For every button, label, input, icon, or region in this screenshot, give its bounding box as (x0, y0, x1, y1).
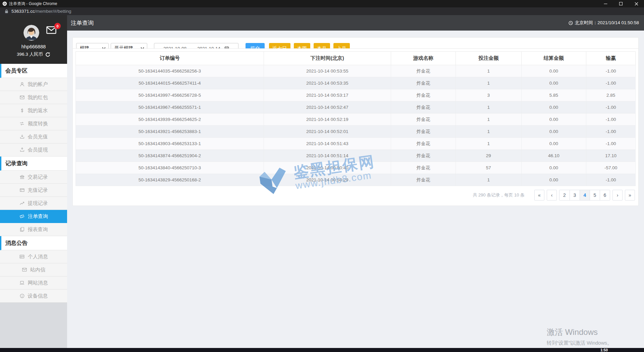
table-cell: 0.00 (521, 138, 586, 150)
sidebar-item-laptop[interactable]: 网站消息 (0, 276, 67, 290)
sidebar-menu: 会员专区我的帐户我的红包我的返水额度转换会员充值会员提现记录查询交易记录充值记录… (0, 64, 67, 303)
table-cell: 50-1634143903-4566253133-1 (76, 138, 264, 150)
column-header: 订单编号 (76, 52, 264, 65)
table-cell: 炸金花 (391, 114, 456, 126)
deposit-icon (19, 134, 25, 139)
url-path: /member/#/betting (35, 9, 71, 14)
table-row: 50-1634143829-4566250168-22021-10-14 00:… (76, 174, 636, 186)
table-cell: 2021-10-14 00:51:43 (264, 138, 391, 150)
pagination-page-5[interactable]: 5 (590, 190, 600, 200)
minimize-button[interactable] (598, 0, 613, 7)
sidebar-item-info[interactable]: 设备信息 (0, 290, 67, 303)
table-cell: 2021-10-14 00:50:40 (264, 162, 391, 174)
taskbar-clock: 1:50 (600, 348, 608, 352)
table-row: 50-1634143921-4566253883-12021-10-14 00:… (76, 126, 636, 138)
sidebar-item-deposit[interactable]: 会员充值 (0, 130, 67, 143)
sidebar: 0 hhp666888 396.3 人民币 会员专区我的帐户我的红包我的返水额度… (0, 15, 67, 348)
sidebar-item-id-card[interactable]: 个人消息 (0, 250, 67, 263)
sidebar-item-envelope[interactable]: 站内信 (0, 263, 67, 276)
table-cell: 2021-10-14 00:52:19 (264, 114, 391, 126)
table-cell: 50-1634143939-4566254625-2 (76, 114, 264, 126)
sidebar-item-bank[interactable]: 交易记录 (0, 171, 67, 184)
balance-text: 396.3 人民币 (17, 51, 43, 57)
sidebar-item-label: 交易记录 (28, 174, 48, 180)
table-cell: 2021-10-14 00:53:55 (264, 65, 391, 77)
mail-badge: 0 (54, 23, 61, 29)
table-cell: 29 (456, 150, 521, 162)
column-header: 下注时间(北京) (264, 52, 391, 65)
sidebar-item-label: 我的帐户 (28, 81, 48, 88)
sidebar-item-report[interactable]: 报表查询 (0, 223, 67, 236)
sidebar-item-label: 设备信息 (28, 293, 48, 299)
pagination-prev-button[interactable]: ‹ (547, 190, 557, 201)
sidebar-section-header: 会员专区 (0, 64, 67, 78)
pagination-page-2[interactable]: 2 (559, 190, 570, 200)
sidebar-item-dollar[interactable]: 我的返水 (0, 104, 67, 117)
lock-icon (5, 9, 8, 13)
table-cell: 0.00 (521, 65, 586, 77)
table-row: 50-1634143874-4566251904-22021-10-14 00:… (76, 150, 636, 162)
table-row: 50-1634144015-4566257411-42021-10-14 00:… (76, 77, 636, 89)
table-cell: 2021-10-14 00:50:29 (264, 174, 391, 186)
credit-card-icon (19, 187, 25, 193)
table-cell: 50-1634144015-4566257411-4 (76, 77, 264, 89)
pagination-next-button[interactable]: › (612, 190, 623, 201)
pagination-first-button[interactable]: « (534, 190, 544, 201)
table-cell: -1.00 (586, 174, 636, 186)
sidebar-item-ticket[interactable]: 注单查询 (0, 210, 67, 223)
betting-table-panel: 订单编号下注时间(北京)游戏名称投注金额结算金额输赢 50-1634144035… (72, 48, 639, 206)
table-cell: 2021-10-14 00:52:47 (264, 101, 391, 114)
table-cell: -1.00 (586, 101, 636, 114)
sidebar-item-credit-card[interactable]: 充值记录 (0, 184, 67, 197)
table-cell: 17.10 (586, 150, 636, 162)
table-cell: 50-1634143874-4566251904-2 (76, 150, 264, 162)
pagination-page-6[interactable]: 6 (600, 190, 610, 200)
close-button[interactable] (629, 0, 644, 7)
table-cell: 50-1634143829-4566250168-2 (76, 174, 264, 186)
window-title: 注单查询 - Google Chrome (9, 1, 57, 7)
table-cell: 炸金花 (391, 174, 456, 186)
sidebar-item-chart-line[interactable]: 提现记录 (0, 197, 67, 210)
pagination: 共 290 条记录，每页 10 条 « ‹ 23456 › » (75, 186, 636, 204)
clock-icon (569, 21, 573, 25)
url-bar[interactable]: 5363371.cc/member/#/betting (0, 7, 644, 15)
table-cell: -1.00 (586, 138, 636, 150)
swap-icon (19, 121, 25, 126)
mail-icon[interactable]: 0 (46, 26, 56, 34)
minimize-icon (604, 2, 607, 6)
sidebar-item-withdraw[interactable]: 会员提现 (0, 143, 67, 157)
table-cell: 1 (456, 174, 521, 186)
url-domain: 5363371.cc (11, 9, 35, 14)
pagination-page-4[interactable]: 4 (580, 190, 590, 200)
table-cell: 1 (456, 126, 521, 138)
table-cell: 50-1634143997-4566256728-5 (76, 89, 264, 101)
table-cell: 50-1634143921-4566253883-1 (76, 126, 264, 138)
sidebar-item-label: 额度转换 (28, 121, 48, 127)
maximize-button[interactable] (613, 0, 629, 7)
table-cell: 57 (456, 162, 521, 174)
table-row: 50-1634143840-4566250710-32021-10-14 00:… (76, 162, 636, 174)
table-cell: 1 (456, 138, 521, 150)
table-row: 50-1634143997-4566256728-52021-10-14 00:… (76, 89, 636, 101)
beijing-time: 北京时间：2021/10/14 01:50:58 (575, 20, 639, 26)
table-cell: 炸金花 (391, 126, 456, 138)
envelope-icon (22, 267, 27, 272)
page-header: 注单查询 北京时间：2021/10/14 01:50:58 (67, 15, 644, 31)
table-cell: 50-1634143840-4566250710-3 (76, 162, 264, 174)
refresh-icon[interactable] (45, 52, 50, 57)
table-cell: 0.00 (521, 77, 586, 89)
pagination-last-button[interactable]: » (625, 190, 635, 201)
page-title: 注单查询 (71, 19, 94, 27)
sidebar-item-red-envelope[interactable]: 我的红包 (0, 91, 67, 104)
sidebar-item-label: 报表查询 (28, 226, 48, 233)
maximize-icon (619, 2, 623, 5)
sidebar-item-user[interactable]: 我的帐户 (0, 78, 67, 91)
table-row: 50-1634143939-4566254625-22021-10-14 00:… (76, 114, 636, 126)
sidebar-item-label: 注单查询 (28, 213, 48, 220)
column-header: 游戏名称 (391, 52, 456, 65)
windows-activation-watermark: 激活 Windows 转到“设置”以激活 Windows。 (547, 327, 612, 346)
pagination-page-3[interactable]: 3 (570, 190, 580, 200)
table-cell: 炸金花 (391, 162, 456, 174)
sidebar-item-swap[interactable]: 额度转换 (0, 117, 67, 130)
betting-table: 订单编号下注时间(北京)游戏名称投注金额结算金额输赢 50-1634144035… (75, 51, 636, 186)
